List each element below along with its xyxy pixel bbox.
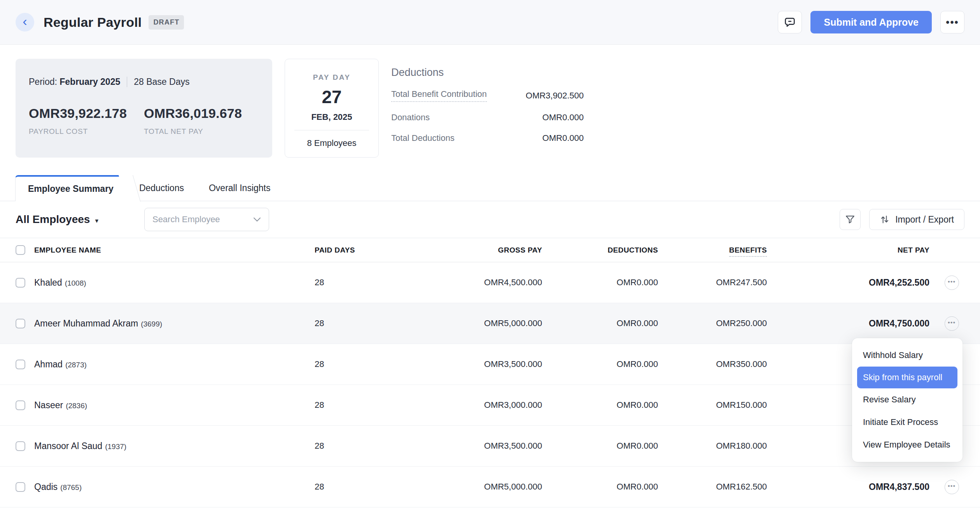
benefits-cell: OMR350.000 [658, 359, 767, 369]
back-chevron-icon: ‹ [23, 14, 27, 28]
row-checkbox[interactable] [16, 441, 25, 451]
base-days: 28 Base Days [134, 77, 189, 87]
total-net-pay-label: TOTAL NET PAY [144, 127, 259, 136]
employee-name-cell[interactable]: Qadis(8765) [34, 482, 315, 492]
tab-employee-summary[interactable]: Employee Summary [15, 175, 127, 201]
context-menu-item-view-employee-details[interactable]: View Employee Details [852, 434, 962, 456]
import-export-button[interactable]: Import / Export [869, 209, 964, 230]
paid-days-cell: 28 [315, 277, 427, 288]
employee-count: 8 Employees [294, 138, 369, 148]
table-toolbar: All Employees ▾ Search Employee Import /… [0, 201, 980, 238]
search-employee-input[interactable]: Search Employee [144, 208, 269, 231]
tab-overall-insights[interactable]: Overall Insights [196, 175, 283, 201]
row-actions-button[interactable]: ••• [945, 276, 959, 290]
column-header-gross-pay: GROSS PAY [427, 246, 542, 254]
net-pay-cell: OMR4,837.500 [767, 482, 929, 492]
employee-name-cell[interactable]: Ameer Muhammad Akram(3699) [34, 318, 315, 329]
payroll-cost-block: OMR39,922.178 PAYROLL COST [29, 106, 144, 136]
paid-days-cell: 28 [315, 359, 427, 369]
divider [294, 130, 369, 130]
employee-name-cell[interactable]: Khaled(1008) [34, 277, 315, 288]
paid-days-cell: 28 [315, 482, 427, 492]
top-bar: ‹ Regular Payroll DRAFT Submit and Appro… [0, 0, 980, 45]
ellipsis-icon: ••• [946, 20, 959, 25]
context-menu-item-withhold-salary[interactable]: Withhold Salary [852, 344, 962, 367]
toolbar-actions: Import / Export [840, 209, 964, 230]
employee-name-cell[interactable]: Naseer(2836) [34, 400, 315, 411]
deductions-summary: Deductions Total Benefit Contribution OM… [391, 59, 584, 158]
more-options-button[interactable]: ••• [940, 11, 964, 33]
pay-day-date: 27 [294, 86, 369, 107]
payroll-cost-value: OMR39,922.178 [29, 106, 144, 121]
page-title: Regular Payroll [44, 15, 142, 30]
paid-days-cell: 28 [315, 441, 427, 451]
employee-name-cell[interactable]: Ahmad(2873) [34, 359, 315, 370]
paid-days-cell: 28 [315, 318, 427, 328]
net-pay-cell: OMR4,252.500 [767, 277, 929, 288]
top-bar-actions: Submit and Approve ••• [778, 11, 964, 33]
import-export-label: Import / Export [895, 214, 954, 225]
gross-pay-cell: OMR5,000.000 [427, 318, 542, 328]
period-card: Period: February 2025 28 Base Days OMR39… [16, 59, 272, 158]
submit-and-approve-button[interactable]: Submit and Approve [810, 11, 932, 33]
benefits-cell: OMR150.000 [658, 400, 767, 410]
search-placeholder: Search Employee [152, 214, 220, 225]
payroll-cost-label: PAYROLL COST [29, 127, 144, 136]
summary-amounts: OMR39,922.178 PAYROLL COST OMR36,019.678… [29, 106, 259, 136]
caret-down-icon: ▾ [95, 217, 98, 225]
row-checkbox[interactable] [16, 482, 25, 492]
paid-days-cell: 28 [315, 400, 427, 410]
period-value: February 2025 [60, 77, 120, 87]
net-pay-cell: OMR4,750.000 [767, 318, 929, 329]
pay-day-label: PAY DAY [294, 73, 369, 82]
pay-day-month-year: FEB, 2025 [294, 112, 369, 122]
gross-pay-cell: OMR3,500.000 [427, 359, 542, 369]
table-row: Ameer Muhammad Akram(3699) 28 OMR5,000.0… [0, 303, 980, 344]
employee-filter-dropdown[interactable]: All Employees ▾ [16, 213, 98, 226]
gross-pay-cell: OMR4,500.000 [427, 277, 542, 288]
table-row: Qadis(8765) 28 OMR5,000.000 OMR0.000 OMR… [0, 467, 980, 507]
deductions-cell: OMR0.000 [542, 400, 658, 410]
context-menu-item-skip-from-this-payroll[interactable]: Skip from this payroll [857, 367, 957, 388]
column-header-deductions: DEDUCTIONS [542, 246, 658, 254]
row-checkbox[interactable] [16, 319, 25, 328]
tab-bar: Employee Summary Deductions Overall Insi… [0, 175, 980, 201]
deduction-summary-row: Total Deductions OMR0.000 [391, 133, 584, 143]
gross-pay-cell: OMR3,000.000 [427, 400, 542, 410]
gross-pay-cell: OMR3,500.000 [427, 441, 542, 451]
chevron-down-icon [253, 217, 261, 222]
context-menu-item-initiate-exit-process[interactable]: Initiate Exit Process [852, 411, 962, 434]
select-all-checkbox[interactable] [16, 245, 25, 255]
pay-day-card: PAY DAY 27 FEB, 2025 8 Employees [285, 59, 379, 158]
row-checkbox[interactable] [16, 360, 25, 369]
context-menu-item-revise-salary[interactable]: Revise Salary [852, 388, 962, 411]
import-export-icon [880, 214, 890, 225]
row-actions-button[interactable]: ••• [945, 480, 959, 494]
comments-button[interactable] [778, 11, 802, 33]
deductions-cell: OMR0.000 [542, 318, 658, 328]
back-button[interactable]: ‹ [16, 13, 34, 32]
deductions-cell: OMR0.000 [542, 482, 658, 492]
deductions-cell: OMR0.000 [542, 277, 658, 288]
row-actions-button[interactable]: ••• [945, 316, 959, 331]
table-row: Khaled(1008) 28 OMR4,500.000 OMR0.000 OM… [0, 262, 980, 303]
filter-button[interactable] [840, 209, 861, 230]
row-checkbox[interactable] [16, 400, 25, 410]
filter-icon [845, 214, 856, 225]
deduction-summary-row: Total Benefit Contribution OMR3,902.500 [391, 89, 584, 102]
deductions-heading: Deductions [391, 67, 584, 79]
total-net-pay-block: OMR36,019.678 TOTAL NET PAY [144, 106, 259, 136]
column-header-benefits: BENEFITS [658, 246, 767, 254]
benefits-cell: OMR247.500 [658, 277, 767, 288]
period-label: Period: February 2025 [29, 77, 120, 87]
row-context-menu: Withhold Salary Skip from this payroll R… [852, 338, 962, 462]
employee-filter-label: All Employees [16, 213, 90, 226]
table-row: Ahmad(2873) 28 OMR3,500.000 OMR0.000 OMR… [0, 344, 980, 385]
row-checkbox[interactable] [16, 278, 25, 288]
benefits-cell: OMR180.000 [658, 441, 767, 451]
total-net-pay-value: OMR36,019.678 [144, 106, 259, 121]
table-header-row: EMPLOYEE NAME PAID DAYS GROSS PAY DEDUCT… [0, 238, 980, 262]
deduction-summary-row: Donations OMR0.000 [391, 112, 584, 123]
deductions-cell: OMR0.000 [542, 441, 658, 451]
employee-name-cell[interactable]: Mansoor Al Saud(1937) [34, 441, 315, 451]
